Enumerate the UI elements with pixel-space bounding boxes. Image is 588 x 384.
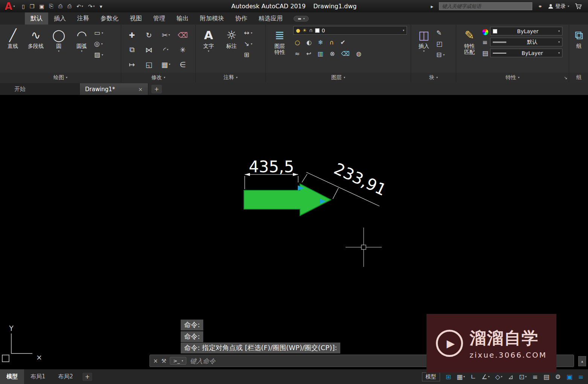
rectangle-button[interactable]: ▭ ▾ (94, 29, 103, 37)
search-input[interactable] (439, 2, 532, 10)
block-edit-button[interactable]: ✎ (436, 29, 445, 37)
hatch-button[interactable]: ▨ ▾ (94, 51, 103, 58)
customize-icon[interactable]: ≡ (578, 373, 583, 381)
fillet-button[interactable]: ◜▾ (157, 42, 174, 57)
start-tab[interactable]: 开始 (0, 83, 80, 95)
layer-walk-button[interactable]: ▥ (318, 50, 323, 57)
block-attributes-button[interactable]: ⊟ ▾ (436, 51, 445, 58)
explode-button[interactable]: ✳ (174, 42, 191, 57)
properties-panel-label[interactable]: 特性 ▾ (456, 73, 569, 82)
ribbon-tab-insert[interactable]: 插入 (48, 12, 72, 24)
layer-freeze-button[interactable]: ❄ (318, 39, 323, 46)
line-button[interactable]: ╱ 直线 (2, 26, 23, 73)
undo-button[interactable]: ↶ ▾ (74, 2, 85, 11)
object-snap-tracking-icon[interactable]: ⊿ (508, 373, 513, 381)
batch-plot-button[interactable]: ⎙ (65, 2, 74, 11)
horizontal-dimension[interactable]: 435,5 (245, 158, 298, 189)
draw-panel-label[interactable]: 绘图 ▾ (0, 73, 121, 82)
lineweight-dropdown[interactable]: 默认 ▾ (490, 38, 562, 46)
insert-block-button[interactable]: ◫ 插入 ▾ (413, 26, 434, 73)
ribbon-tab-collaborate[interactable]: 协作 (230, 12, 253, 24)
linetype-dropdown[interactable]: ByLayer ▾ (490, 49, 562, 57)
arc-button[interactable]: ◠ 圆弧 ▾ (71, 26, 92, 73)
new-layout-button[interactable]: + (82, 373, 92, 381)
command-close-icon[interactable]: × (153, 358, 158, 364)
rotate-button[interactable]: ↻ (140, 28, 157, 42)
model-layout-tab[interactable]: 模型 (0, 369, 24, 384)
green-arrow-object[interactable] (244, 184, 331, 216)
save-as-button[interactable]: ⎘ (47, 2, 56, 11)
layout2-tab[interactable]: 布局2 (52, 369, 80, 384)
properties-dialog-launcher[interactable]: ↘ (564, 75, 567, 80)
transparency-toggle-icon[interactable]: ▤ (543, 373, 549, 381)
app-store-button[interactable] (573, 2, 584, 11)
move-button[interactable]: ✚ (123, 28, 140, 42)
ortho-toggle-icon[interactable]: ∟ (471, 373, 476, 381)
modify-panel-label[interactable]: 修改 ▾ (121, 73, 195, 82)
layers-panel-label[interactable]: 图层 ▾ (266, 73, 411, 82)
dimension-button[interactable]: ☼ 标注 (221, 26, 242, 73)
table-button[interactable]: ⊞ (244, 51, 252, 58)
redo-button[interactable]: ↷ ▾ (86, 2, 97, 11)
ribbon-tab-featured-apps[interactable]: 精选应用 (253, 12, 288, 24)
layer-off-button[interactable]: ○ (295, 39, 300, 46)
array-button[interactable]: ▦▾ (157, 57, 174, 72)
layer-fade-button[interactable]: ◍ (356, 50, 361, 57)
grid-toggle-icon[interactable]: ⊞ (446, 373, 451, 381)
trim-button[interactable]: ✂▾ (157, 28, 174, 42)
ribbon-tab-output[interactable]: 输出 (171, 12, 194, 24)
layout1-tab[interactable]: 布局1 (24, 369, 52, 384)
object-color-dropdown[interactable]: ByLayer ▾ (490, 27, 562, 35)
linear-dimension-button[interactable]: ↔ ▾ (244, 29, 252, 37)
transparency-button[interactable]: ▤ (482, 49, 488, 57)
group-panel-label[interactable]: 组 (569, 73, 588, 82)
drawing1-tab[interactable]: Drawing1* × (80, 83, 148, 95)
mirror-button[interactable]: ⋈ (140, 42, 157, 57)
canvas-scroll-up-button[interactable]: ▴ (578, 356, 586, 366)
stretch-button[interactable]: ↦ (123, 57, 140, 72)
group-button[interactable]: ⧉ 组 (571, 26, 586, 73)
block-create-button[interactable]: ◰ (436, 40, 445, 47)
plot-button[interactable]: ⎙ (56, 2, 65, 11)
layer-lock-button[interactable]: ∩ (329, 39, 334, 46)
match-properties-button[interactable]: ✎ 特性 匹配 (459, 26, 480, 73)
ribbon-tab-addins[interactable]: 附加模块 (194, 12, 230, 24)
ribbon-tab-manage[interactable]: 管理 (148, 12, 171, 24)
new-drawing-tab-button[interactable]: + (151, 85, 162, 93)
erase-button[interactable]: ⌫ (174, 28, 191, 42)
text-button[interactable]: A 文字 ▾ (198, 26, 219, 73)
hardware-acceleration-icon[interactable]: ▣ (567, 373, 573, 381)
new-file-button[interactable]: ▯ (20, 2, 27, 11)
app-menu-button[interactable]: A ▾ (0, 0, 20, 12)
object-snap-icon[interactable]: ⊡▾ (519, 373, 527, 381)
color-wheel-button[interactable] (482, 29, 488, 35)
ellipse-button[interactable]: ◎ ▾ (94, 40, 103, 47)
open-file-button[interactable]: ❒ (27, 2, 37, 11)
ucs-icon[interactable]: Y × (2, 324, 42, 362)
snap-toggle-icon[interactable]: ▦▾ (457, 373, 465, 381)
infocenter-collapse-icon[interactable]: ▸ (428, 2, 436, 11)
layer-select-dropdown[interactable]: ● ☀ ∩ 0 ▾ (293, 26, 407, 35)
drawing1-tab-close-icon[interactable]: × (138, 86, 143, 92)
dimension-value-horizontal[interactable]: 435,5 (249, 158, 294, 176)
lineweight-toggle-icon[interactable]: ≡ (532, 373, 538, 381)
search-icon[interactable]: ⚭ (536, 2, 545, 11)
leader-button[interactable]: ↘ ▾ (244, 40, 252, 47)
workspace-switching-icon[interactable]: ⚙ (555, 373, 561, 381)
drawing-canvas[interactable]: 435,5 233,91 Y × 命令: 命令: 命令: 指定对角点或 [栏选 (0, 95, 588, 369)
lineweight-list-button[interactable]: ≡ (482, 38, 488, 46)
scale-button[interactable]: ◱ (140, 57, 157, 72)
ribbon-tab-annotate[interactable]: 注释 (72, 12, 95, 24)
copy-button[interactable]: ⧉ (123, 42, 140, 57)
save-button[interactable]: ▣ (37, 2, 46, 11)
polyline-button[interactable]: ∿ 多段线 (25, 26, 46, 73)
qat-customize-button[interactable]: ▾ (97, 2, 105, 11)
layer-delete-button[interactable]: ⌫ (341, 50, 350, 57)
layer-match-button[interactable]: ≈ (295, 50, 300, 57)
ribbon-tab-parametric[interactable]: 参数化 (95, 12, 124, 24)
block-panel-label[interactable]: 块 ▾ (411, 73, 456, 82)
annotation-panel-label[interactable]: 注释 ▾ (196, 73, 265, 82)
command-recent-button[interactable]: >_ ▾ (170, 357, 186, 365)
lengthen-button[interactable]: ∈ (174, 57, 191, 72)
command-customize-wrench-icon[interactable]: ⚒ (161, 358, 166, 364)
